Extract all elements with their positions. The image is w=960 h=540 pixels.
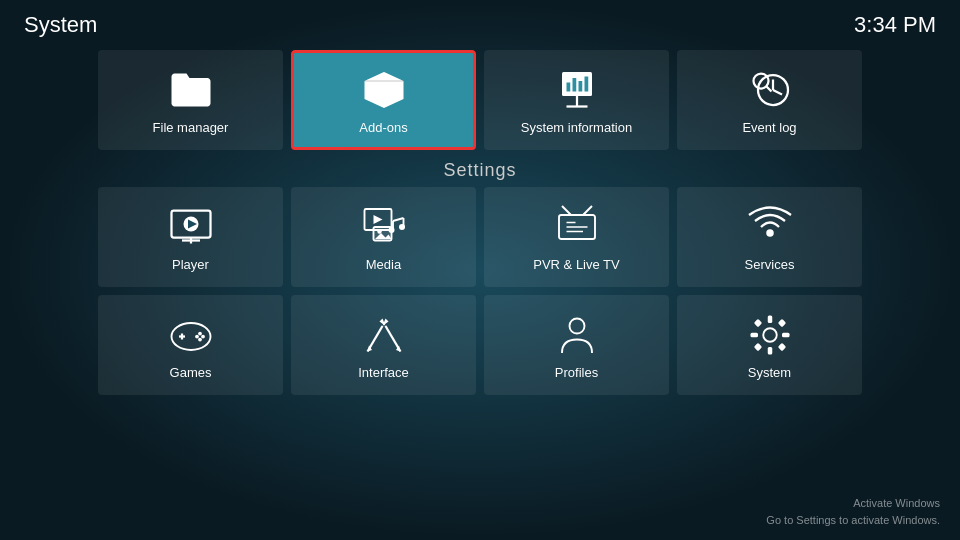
- svg-rect-54: [767, 315, 772, 323]
- svg-line-16: [766, 86, 771, 91]
- svg-point-28: [399, 224, 405, 230]
- svg-rect-56: [750, 332, 758, 337]
- tile-label-interface: Interface: [358, 365, 409, 380]
- tile-label-event-log: Event log: [742, 120, 796, 135]
- svg-point-30: [377, 229, 382, 234]
- system-icon: [746, 311, 794, 359]
- tile-label-services: Services: [745, 257, 795, 272]
- svg-point-45: [198, 337, 202, 341]
- watermark: Activate Windows Go to Settings to activ…: [766, 495, 940, 528]
- interface-icon: [360, 311, 408, 359]
- svg-rect-11: [584, 76, 588, 91]
- top-row: File manager Add-ons: [0, 50, 960, 150]
- svg-point-42: [198, 331, 202, 335]
- addons-icon: [360, 66, 408, 114]
- page-title: System: [24, 12, 97, 38]
- tile-label-system: System: [748, 365, 791, 380]
- tile-pvr-live-tv[interactable]: PVR & Live TV: [484, 187, 669, 287]
- tile-profiles[interactable]: Profiles: [484, 295, 669, 395]
- tile-system[interactable]: System: [677, 295, 862, 395]
- header: System 3:34 PM: [0, 0, 960, 46]
- tile-add-ons[interactable]: Add-ons: [291, 50, 476, 150]
- svg-line-14: [773, 90, 782, 95]
- svg-rect-60: [753, 342, 761, 350]
- tile-label-pvr-live-tv: PVR & Live TV: [533, 257, 619, 272]
- svg-rect-10: [578, 81, 582, 92]
- tile-label-system-information: System information: [521, 120, 632, 135]
- clock: 3:34 PM: [854, 12, 936, 38]
- svg-rect-8: [566, 82, 570, 91]
- tile-label-games: Games: [170, 365, 212, 380]
- watermark-line1: Activate Windows: [766, 495, 940, 512]
- settings-row-2: Games Interface Profiles: [0, 295, 960, 395]
- settings-row-1: Player Media: [0, 187, 960, 287]
- event-log-icon: [746, 66, 794, 114]
- svg-line-33: [562, 206, 571, 215]
- svg-point-38: [766, 229, 774, 237]
- player-icon: [167, 203, 215, 251]
- svg-point-43: [195, 334, 199, 338]
- svg-marker-23: [373, 215, 382, 224]
- svg-rect-59: [777, 318, 785, 326]
- svg-rect-9: [572, 78, 576, 92]
- pvr-icon: [553, 203, 601, 251]
- svg-rect-58: [753, 318, 761, 326]
- watermark-line2: Go to Settings to activate Windows.: [766, 512, 940, 529]
- tile-services[interactable]: Services: [677, 187, 862, 287]
- tile-label-player: Player: [172, 257, 209, 272]
- profiles-icon: [553, 311, 601, 359]
- tile-system-information[interactable]: System information: [484, 50, 669, 150]
- tile-games[interactable]: Games: [98, 295, 283, 395]
- tile-label-add-ons: Add-ons: [359, 120, 407, 135]
- svg-rect-55: [767, 347, 772, 355]
- tile-interface[interactable]: Interface: [291, 295, 476, 395]
- svg-rect-57: [782, 332, 790, 337]
- svg-line-25: [393, 218, 404, 221]
- system-info-icon: [553, 66, 601, 114]
- tile-player[interactable]: Player: [98, 187, 283, 287]
- tile-file-manager[interactable]: File manager: [98, 50, 283, 150]
- folder-icon: [167, 66, 215, 114]
- svg-point-52: [569, 318, 584, 333]
- settings-label: Settings: [0, 160, 960, 181]
- tile-media[interactable]: Media: [291, 187, 476, 287]
- svg-point-44: [201, 334, 205, 338]
- svg-line-34: [583, 206, 592, 215]
- tile-event-log[interactable]: Event log: [677, 50, 862, 150]
- tile-label-file-manager: File manager: [153, 120, 229, 135]
- tile-label-profiles: Profiles: [555, 365, 598, 380]
- svg-rect-61: [777, 342, 785, 350]
- services-icon: [746, 203, 794, 251]
- svg-point-53: [763, 328, 777, 342]
- games-icon: [167, 311, 215, 359]
- tile-label-media: Media: [366, 257, 401, 272]
- media-icon: [360, 203, 408, 251]
